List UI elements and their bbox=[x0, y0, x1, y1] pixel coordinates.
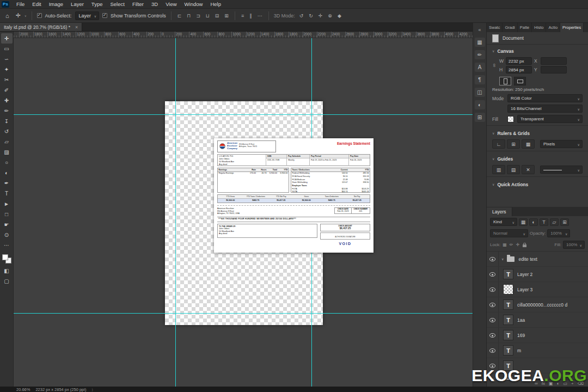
opacity-select[interactable]: 100% bbox=[547, 229, 570, 237]
type-layer-thumbnail[interactable]: T bbox=[503, 330, 513, 340]
rulers-grids-section-header[interactable]: ∨ Rulers & Grids bbox=[492, 128, 583, 138]
rectangular-marquee-tool[interactable]: ▭ bbox=[1, 44, 13, 54]
status-options-chevron-icon[interactable]: ⟩ bbox=[91, 388, 93, 391]
gradient-tool[interactable]: ▨ bbox=[1, 147, 13, 157]
character-panel-icon[interactable]: A bbox=[475, 63, 485, 72]
current-tool-move-icon[interactable]: ✛ bbox=[14, 12, 22, 19]
filter-type-layers-icon[interactable]: T bbox=[540, 218, 548, 226]
link-dimensions-icon[interactable]: ∞ bbox=[492, 56, 497, 75]
color-mode-select[interactable]: RGB Color bbox=[507, 94, 583, 102]
layer-row[interactable]: Layer 3 bbox=[487, 282, 588, 297]
eyedropper-tool[interactable]: ✐ bbox=[1, 85, 13, 95]
menu-3d[interactable]: 3D bbox=[148, 0, 162, 8]
align-bottom-edges-icon[interactable]: ⊔ bbox=[205, 13, 211, 19]
auto-select-checkbox[interactable] bbox=[37, 13, 42, 18]
type-layer-thumbnail[interactable]: T bbox=[503, 345, 513, 356]
3d-scale-icon[interactable]: ◆ bbox=[336, 13, 342, 19]
tab-actions[interactable]: Actio bbox=[546, 23, 560, 32]
quick-selection-tool[interactable]: ✦ bbox=[1, 64, 13, 75]
collapse-panels-icon[interactable]: « bbox=[475, 25, 485, 34]
3d-roll-icon[interactable]: ↻ bbox=[308, 13, 314, 19]
color-swatches[interactable] bbox=[2, 254, 11, 264]
lock-position-icon[interactable]: ✛ bbox=[515, 242, 520, 247]
lasso-tool[interactable]: ∽ bbox=[1, 54, 13, 64]
layer-name[interactable]: 1aa bbox=[517, 317, 525, 323]
filter-smart-objects-icon[interactable]: ⊞ bbox=[560, 218, 569, 226]
blur-tool[interactable]: ○ bbox=[1, 157, 13, 168]
document-tab[interactable]: Italy id.psd @ 20.7% (RGB/16) * × bbox=[0, 23, 82, 31]
clone-stamp-tool[interactable]: ↧ bbox=[1, 116, 13, 126]
menu-view[interactable]: View bbox=[162, 0, 180, 8]
landscape-orientation-icon[interactable] bbox=[514, 77, 526, 85]
toggle-rulers-icon[interactable]: ∟ bbox=[492, 139, 505, 149]
layer-row[interactable]: T 1aa bbox=[487, 313, 588, 328]
new-guide-layout-icon[interactable]: ▥ bbox=[492, 165, 505, 174]
foreground-color-swatch[interactable] bbox=[2, 254, 8, 260]
brush-tool[interactable]: ✏ bbox=[1, 106, 13, 116]
distribute-vertical-icon[interactable]: ∥ bbox=[248, 13, 253, 19]
type-layer-thumbnail[interactable]: T bbox=[503, 315, 513, 325]
align-top-edges-icon[interactable]: ⊓ bbox=[186, 13, 192, 19]
layer-visibility-toggle[interactable] bbox=[487, 297, 499, 312]
layer-visibility-toggle[interactable] bbox=[487, 313, 499, 327]
tool-preset-chevron-icon[interactable]: ∨ bbox=[24, 14, 27, 17]
layer-visibility-toggle[interactable] bbox=[487, 252, 499, 266]
menu-select[interactable]: Select bbox=[106, 0, 128, 8]
y-field[interactable] bbox=[541, 66, 567, 74]
rectangle-tool[interactable]: □ bbox=[1, 209, 13, 219]
type-layer-thumbnail[interactable]: T bbox=[503, 269, 513, 279]
swatches-panel-icon[interactable]: ▦ bbox=[475, 38, 485, 47]
edit-toolbar-icon[interactable]: ⋯ bbox=[1, 240, 13, 250]
crop-tool[interactable]: ✂ bbox=[1, 75, 13, 85]
adjustments-panel-icon[interactable]: ◐ bbox=[475, 100, 485, 109]
layer-name[interactable]: 169 bbox=[517, 333, 525, 338]
align-horizontal-centers-icon[interactable]: ⊟ bbox=[214, 13, 220, 19]
layer-visibility-toggle[interactable] bbox=[487, 328, 499, 342]
menu-image[interactable]: Image bbox=[45, 0, 67, 8]
layer-name[interactable]: edite text bbox=[518, 256, 537, 262]
show-transform-controls-checkbox[interactable] bbox=[102, 13, 107, 18]
guides-section-header[interactable]: ∨ Guides bbox=[492, 154, 583, 164]
menu-help[interactable]: Help bbox=[206, 0, 225, 8]
layer-visibility-toggle[interactable] bbox=[487, 343, 499, 358]
toggle-guides-icon[interactable]: ▤ bbox=[507, 165, 520, 174]
layer-fill-select[interactable]: 100% bbox=[563, 241, 585, 249]
quick-mask-icon[interactable]: ◧ bbox=[1, 266, 13, 276]
close-tab-icon[interactable]: × bbox=[75, 24, 78, 30]
auto-select-target-dropdown[interactable]: Layer bbox=[75, 11, 100, 20]
type-tool[interactable]: T bbox=[1, 188, 13, 199]
layer-row[interactable]: T cilla0000000...cccccc0 d bbox=[487, 297, 588, 313]
move-tool[interactable]: ✛ bbox=[1, 33, 13, 44]
lock-image-pixels-icon[interactable]: ✏ bbox=[509, 242, 514, 247]
3d-rotate-icon[interactable]: ↺ bbox=[298, 13, 305, 19]
quick-actions-section-header[interactable]: ∨ Quick Actions bbox=[492, 179, 583, 189]
info-panel-icon[interactable]: ⊞ bbox=[475, 113, 485, 122]
tab-patterns[interactable]: Patte bbox=[518, 23, 532, 32]
image-layer-thumbnail[interactable] bbox=[503, 284, 513, 295]
lock-transparent-pixels-icon[interactable]: ▦ bbox=[502, 242, 507, 247]
3d-drag-icon[interactable]: ✛ bbox=[317, 13, 324, 19]
clear-guides-icon[interactable]: ✕ bbox=[522, 165, 535, 174]
layer-name[interactable]: cilla0000000...cccccc0 d bbox=[517, 302, 567, 308]
eraser-tool[interactable]: ▱ bbox=[1, 137, 13, 147]
filter-adjustment-layers-icon[interactable]: ◐ bbox=[529, 218, 538, 226]
guide-style-select[interactable] bbox=[540, 166, 583, 174]
screen-mode-icon[interactable]: ▢ bbox=[1, 276, 13, 286]
layer-row-group[interactable]: ∨ edite text bbox=[487, 252, 588, 267]
distribute-horizontal-icon[interactable]: ≡ bbox=[240, 13, 245, 19]
more-align-options-icon[interactable]: ⋯ bbox=[256, 13, 264, 19]
align-left-edges-icon[interactable]: ⊏ bbox=[176, 13, 183, 19]
layer-visibility-toggle[interactable] bbox=[487, 267, 499, 281]
brushes-panel-icon[interactable]: ✏ bbox=[475, 50, 485, 59]
filter-shape-layers-icon[interactable]: ▱ bbox=[550, 218, 559, 226]
menu-file[interactable]: File bbox=[13, 0, 28, 8]
layer-name[interactable]: Layer 3 bbox=[517, 287, 532, 292]
layer-name[interactable]: m bbox=[517, 348, 521, 353]
layer-visibility-toggle[interactable] bbox=[487, 282, 499, 297]
layer-row[interactable]: T Layer 2 bbox=[487, 267, 588, 282]
tab-properties[interactable]: Properties bbox=[560, 23, 584, 32]
align-right-edges-icon[interactable]: ⊐ bbox=[195, 13, 201, 19]
home-icon[interactable]: ⌂ bbox=[4, 13, 11, 19]
canvas-section-header[interactable]: ∨ Canvas bbox=[492, 46, 583, 56]
layer-row[interactable]: T m bbox=[487, 343, 588, 358]
